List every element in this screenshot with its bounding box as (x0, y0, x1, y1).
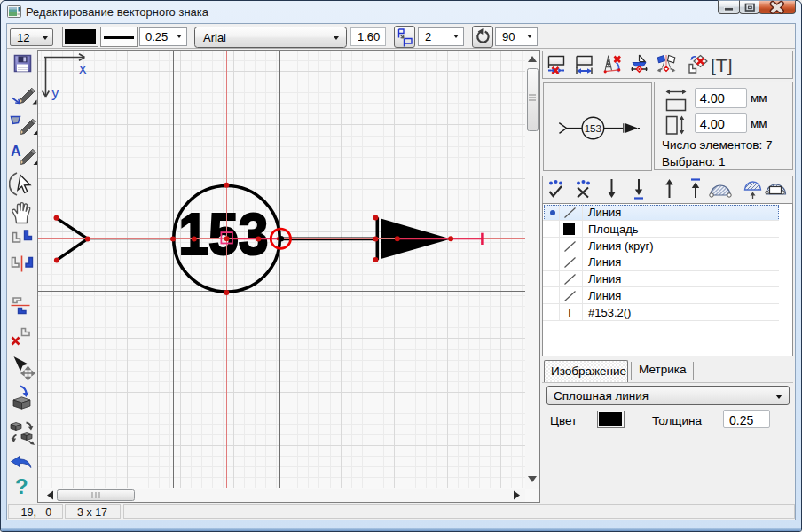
svg-text:?: ? (15, 475, 28, 498)
svg-text:y: y (51, 84, 59, 101)
svg-text:153: 153 (178, 202, 268, 267)
svg-text:153: 153 (585, 124, 602, 135)
svg-text:[T]: [T] (711, 55, 733, 75)
svg-text:A: A (11, 144, 21, 159)
svg-text:x: x (79, 60, 87, 77)
